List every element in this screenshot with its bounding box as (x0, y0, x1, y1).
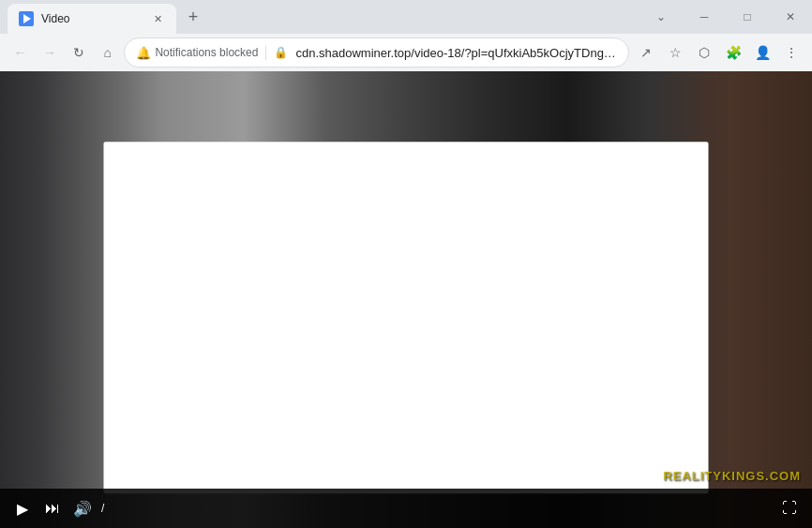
white-overlay (104, 142, 709, 493)
lock-icon: 🔒 (274, 46, 288, 59)
share-button[interactable]: ↗ (633, 38, 658, 68)
play-button[interactable]: ▶ (11, 497, 34, 520)
window-controls: ⌄ ─ □ ✕ (639, 0, 812, 34)
minimize-button[interactable]: ─ (683, 0, 726, 34)
bell-icon: 🔔 (136, 46, 151, 60)
fullscreen-button[interactable]: ⛶ (778, 497, 801, 520)
bookmark-button[interactable]: ☆ (663, 38, 688, 68)
url-text: cdn.shadowminer.top/video-18/?pl=qUfxkiA… (295, 46, 617, 60)
tab-favicon (19, 11, 34, 26)
home-button[interactable]: ⌂ (95, 38, 120, 68)
next-button[interactable]: ⏭ (41, 497, 64, 520)
forward-button[interactable]: → (37, 38, 62, 68)
svg-marker-0 (23, 14, 31, 23)
tab-title: Video (41, 12, 143, 25)
omnibox[interactable]: 🔔 Notifications blocked 🔒 cdn.shadowmine… (124, 38, 629, 68)
tab-strip: Video ✕ + (0, 0, 206, 34)
reload-button[interactable]: ↻ (66, 38, 91, 68)
watermark: REALITYKINGS.COM (663, 469, 801, 483)
content-area: REALITYKINGS.COM ▶ ⏭ 🔊 / ⛶ (0, 71, 812, 528)
close-button[interactable]: ✕ (769, 0, 812, 34)
back-button[interactable]: ← (8, 38, 33, 68)
volume-button[interactable]: 🔊 (71, 497, 94, 520)
tab-close-button[interactable]: ✕ (150, 11, 165, 26)
chevron-down-button[interactable]: ⌄ (639, 0, 683, 34)
notifications-blocked-label: Notifications blocked (155, 46, 258, 59)
title-bar: Video ✕ + ⌄ ─ □ ✕ (0, 0, 812, 34)
new-tab-button[interactable]: + (180, 4, 206, 30)
address-bar: ← → ↻ ⌂ 🔔 Notifications blocked 🔒 cdn.sh… (0, 34, 812, 71)
cast-button[interactable]: ⬡ (692, 38, 717, 68)
notifications-blocked: 🔔 Notifications blocked (136, 46, 266, 60)
extensions-button[interactable]: 🧩 (721, 38, 746, 68)
maximize-button[interactable]: □ (726, 0, 769, 34)
profile-button[interactable]: 👤 (750, 38, 775, 68)
time-display: / (101, 502, 104, 515)
menu-button[interactable]: ⋮ (779, 38, 804, 68)
video-controls-bar: ▶ ⏭ 🔊 / ⛶ (0, 489, 812, 528)
active-tab[interactable]: Video ✕ (8, 4, 176, 34)
